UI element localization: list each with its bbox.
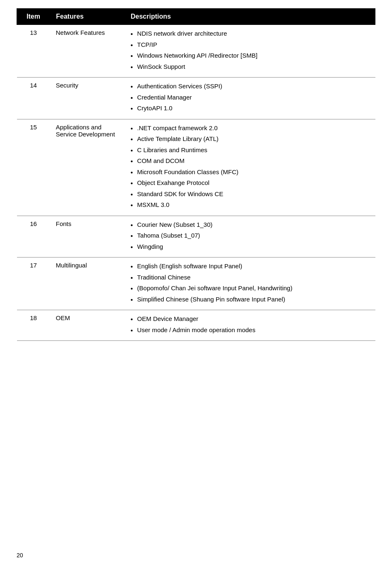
cell-item: 16 [17, 216, 50, 258]
cell-description: English (English software Input Panel)Tr… [125, 258, 375, 310]
cell-item: 17 [17, 258, 50, 310]
list-item: Authentication Services (SSPI) [131, 82, 370, 91]
list-item: .NET compact framework 2.0 [131, 124, 370, 133]
list-item: C Libraries and Runtimes [131, 146, 370, 155]
list-item: CrytoAPI 1.0 [131, 104, 370, 113]
cell-description: Authentication Services (SSPI)Credential… [125, 78, 375, 119]
col-header-item: Item [17, 9, 50, 25]
list-item: Active Template Library (ATL) [131, 134, 370, 144]
description-list: OEM Device ManagerUser mode / Admin mode… [131, 314, 370, 335]
table-row: 15Applications and Service Development.N… [17, 119, 375, 216]
cell-description: Courier New (Subset 1_30)Tahoma (Subset … [125, 216, 375, 258]
cell-item: 14 [17, 78, 50, 119]
col-header-features: Features [50, 9, 125, 25]
cell-description: NDIS network driver architectureTCP/IPWi… [125, 25, 375, 78]
cell-item: 18 [17, 310, 50, 341]
cell-feature: Multilingual [50, 258, 125, 310]
list-item: OEM Device Manager [131, 314, 370, 324]
list-item: Credential Manager [131, 93, 370, 102]
list-item: (Bopomofo/ Chan Jei software Input Panel… [131, 284, 370, 293]
description-list: .NET compact framework 2.0Active Templat… [131, 124, 370, 210]
list-item: Tahoma (Subset 1_07) [131, 231, 370, 241]
list-item: Traditional Chinese [131, 273, 370, 282]
list-item: Object Exahange Protocol [131, 178, 370, 188]
description-list: Authentication Services (SSPI)Credential… [131, 82, 370, 113]
page-number: 20 [17, 552, 23, 559]
list-item: MSXML 3.0 [131, 200, 370, 210]
description-list: English (English software Input Panel)Tr… [131, 262, 370, 304]
cell-feature: Fonts [50, 216, 125, 258]
list-item: COM and DCOM [131, 156, 370, 166]
description-list: Courier New (Subset 1_30)Tahoma (Subset … [131, 220, 370, 252]
cell-item: 13 [17, 25, 50, 78]
list-item: Windows Networking API /Redirector [SMB] [131, 51, 370, 61]
cell-item: 15 [17, 119, 50, 216]
table-row: 16FontsCourier New (Subset 1_30)Tahoma (… [17, 216, 375, 258]
list-item: TCP/IP [131, 40, 370, 50]
list-item: NDIS network driver architecture [131, 29, 370, 39]
list-item: Standard SDK for Windows CE [131, 190, 370, 199]
cell-feature: Applications and Service Development [50, 119, 125, 216]
features-table: Item Features Descriptions 13Network Fea… [17, 8, 375, 341]
cell-feature: Security [50, 78, 125, 119]
col-header-descriptions: Descriptions [125, 9, 375, 25]
table-row: 17MultilingualEnglish (English software … [17, 258, 375, 310]
list-item: WinSock Support [131, 62, 370, 72]
table-row: 14SecurityAuthentication Services (SSPI)… [17, 78, 375, 119]
cell-feature: OEM [50, 310, 125, 341]
list-item: Wingding [131, 242, 370, 252]
list-item: English (English software Input Panel) [131, 262, 370, 271]
description-list: NDIS network driver architectureTCP/IPWi… [131, 29, 370, 71]
list-item: User mode / Admin mode operation modes [131, 326, 370, 335]
table-row: 18OEMOEM Device ManagerUser mode / Admin… [17, 310, 375, 341]
list-item: Microsoft Foundation Classes (MFC) [131, 168, 370, 177]
list-item: Courier New (Subset 1_30) [131, 220, 370, 230]
cell-feature: Network Features [50, 25, 125, 78]
cell-description: .NET compact framework 2.0Active Templat… [125, 119, 375, 216]
list-item: Simplified Chinese (Shuang Pin software … [131, 295, 370, 304]
table-row: 13Network FeaturesNDIS network driver ar… [17, 25, 375, 78]
cell-description: OEM Device ManagerUser mode / Admin mode… [125, 310, 375, 341]
